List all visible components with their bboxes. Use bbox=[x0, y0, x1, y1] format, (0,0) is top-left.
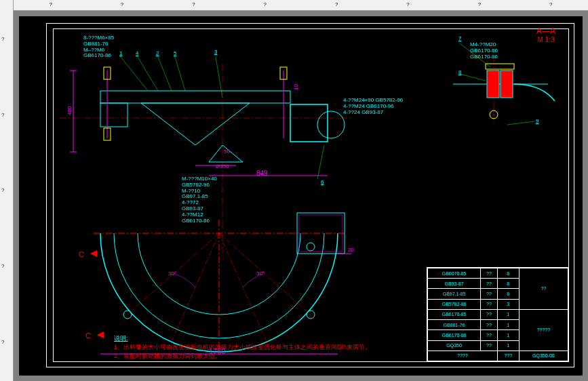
spec-mid-bottom: M-???M10×40 GB5782-96 M-??10 GB97.1-85 4… bbox=[182, 176, 217, 224]
title-block: GB6070-85??8?? GB93-87??8 GB97.1-85??8 G… bbox=[427, 267, 569, 362]
section-arrow-c1: C bbox=[79, 250, 84, 258]
section-view-label: A—A M 1:3 bbox=[536, 26, 555, 43]
dim-d350: Ø350 bbox=[216, 163, 229, 169]
cad-viewport[interactable]: A—A M 1:3 460 Ø350 849 50 10 1760 20 30°… bbox=[14, 11, 588, 381]
dim-849: 849 bbox=[256, 169, 268, 177]
dim-30deg-r: 30° bbox=[256, 270, 264, 277]
spec-detail-top: M4-??M20 GB6170-86 GB6170-86 bbox=[470, 42, 498, 60]
callout-8: 8 bbox=[458, 69, 461, 75]
dim-10: 10 bbox=[293, 84, 299, 90]
callout-4: 4 bbox=[136, 50, 138, 56]
callout-9: 9 bbox=[536, 118, 538, 124]
callout-2: 2 bbox=[156, 50, 159, 56]
drawing-canvas[interactable]: A—A M 1:3 460 Ø350 849 50 10 1760 20 30°… bbox=[19, 16, 583, 376]
callout-6: 6 bbox=[321, 179, 324, 185]
dim-20: 20 bbox=[348, 247, 354, 253]
callout-5: 5 bbox=[174, 50, 176, 56]
dim-30deg-l: 30° bbox=[168, 270, 176, 277]
section-arrow-c2: C bbox=[85, 332, 91, 340]
drawing-notes: 说明: 1、出料量的大小可由改变激振电机的激振力大小或改变活化锥与主体之间的垂直… bbox=[114, 334, 371, 361]
spec-mid-right: 4-??M24×90 GB5782-96 4-??M24 GB6170-96 4… bbox=[343, 98, 403, 115]
dim-50: 50 bbox=[224, 148, 230, 155]
dim-460: 460 bbox=[66, 106, 73, 115]
callout-1: 1 bbox=[119, 50, 122, 56]
callout-3: 3 bbox=[214, 49, 217, 55]
vertical-ruler: ? ? ? ? ? bbox=[0, 0, 14, 381]
callout-7: 7 bbox=[458, 35, 461, 41]
spec-top-left: 8-???M6×85 GB881-76 M–??M6 GB6170-86 bbox=[83, 35, 114, 59]
horizontal-ruler: ? ? ? ? ? ? ? ? bbox=[14, 0, 588, 11]
